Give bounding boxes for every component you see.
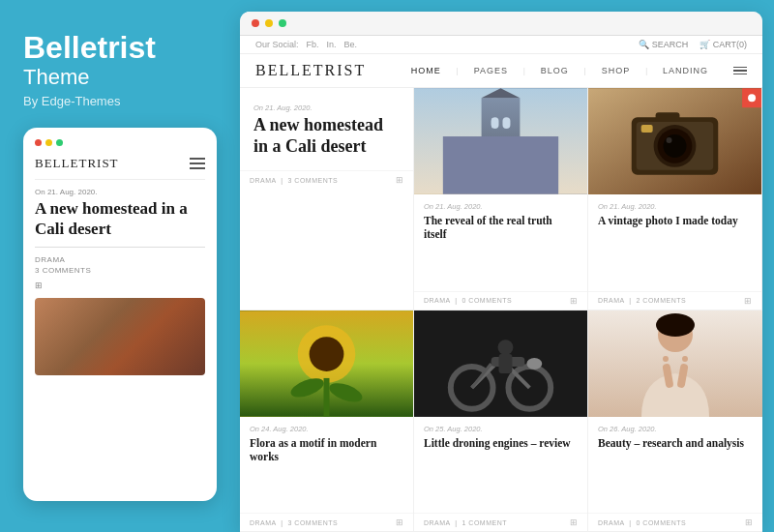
post-footer-3: DRAMA | 2 COMMENTS ⊞ <box>588 291 761 310</box>
social-be[interactable]: Be. <box>344 40 358 49</box>
browser-mockup: Our Social: Fb. In. Be. 🔍 SEARCH 🛒 CART(… <box>240 12 762 532</box>
post-date-6: On 26. Aug. 2020. <box>598 425 753 433</box>
blog-post-6: On 26. Aug. 2020. Beauty – research and … <box>588 310 762 533</box>
mobile-article-date: On 21. Aug. 2020. <box>35 188 205 196</box>
svg-rect-16 <box>656 112 680 122</box>
nav-shop[interactable]: SHOP <box>602 66 631 75</box>
mobile-post-image <box>35 298 205 375</box>
post-expand-2[interactable]: ⊞ <box>570 296 578 306</box>
site-logo: BELLETRIST <box>255 62 366 79</box>
post-content-3: On 21. Aug. 2020. A vintage photo I made… <box>588 194 761 291</box>
brand-by: By Edge-Themes <box>23 94 217 108</box>
post-meta-2: DRAMA | 0 COMMENTS <box>424 297 512 304</box>
post-content-2: On 21. Aug. 2020. The reveal of the real… <box>414 194 587 291</box>
svg-point-21 <box>310 337 344 371</box>
svg-point-42 <box>682 356 688 362</box>
mobile-mockup: BELLETRIST On 21. Aug. 2020. A new homes… <box>23 128 217 501</box>
post-meta-6: DRAMA | 0 COMMENTS <box>598 519 686 526</box>
left-panel: Belletrist Theme By Edge-Themes BELLETRI… <box>0 0 240 532</box>
post-title-5: Little droning engines – review <box>424 436 578 450</box>
post-date-5: On 25. Aug. 2020. <box>424 425 578 433</box>
blog-post-1: On 21. Aug. 2020. A new homestead in a C… <box>240 88 414 310</box>
browser-dot-green <box>279 19 286 27</box>
post-image-4 <box>240 310 413 417</box>
mobile-dot-red <box>35 139 42 146</box>
post-footer-2: DRAMA | 0 COMMENTS ⊞ <box>414 291 587 310</box>
mobile-comments: 3 COMMENTS <box>35 266 205 275</box>
nav-pages[interactable]: PAGES <box>474 66 508 75</box>
mobile-category: DRAMA <box>35 255 205 264</box>
site-hamburger-icon[interactable] <box>733 67 747 75</box>
nav-landing[interactable]: LANDING <box>663 66 708 75</box>
post-image-3 <box>588 88 761 194</box>
post-expand-1[interactable]: ⊞ <box>396 175 403 185</box>
post-title-6: Beauty – research and analysis <box>598 436 753 450</box>
social-in[interactable]: In. <box>327 40 337 49</box>
svg-rect-4 <box>502 117 510 129</box>
site-nav: BELLETRIST HOME | PAGES | BLOG | SHOP | … <box>240 54 762 88</box>
post-expand-5[interactable]: ⊞ <box>570 517 578 527</box>
mobile-dot-green <box>56 139 63 146</box>
post-footer-5: DRAMA | 1 COMMENT ⊞ <box>414 513 587 531</box>
post-image-6 <box>588 310 762 417</box>
mobile-window-dots <box>35 139 63 146</box>
blog-post-2: On 21. Aug. 2020. The reveal of the real… <box>414 88 588 310</box>
post-meta-5: DRAMA | 1 COMMENT <box>424 519 507 526</box>
post-date-3: On 21. Aug. 2020. <box>598 202 752 211</box>
svg-rect-22 <box>324 377 330 416</box>
social-label: Our Social: <box>255 40 299 49</box>
svg-rect-3 <box>491 117 499 129</box>
post-title-3: A vintage photo I made today <box>598 214 752 227</box>
post-footer-1: DRAMA | 3 COMMENTS ⊞ <box>240 170 413 189</box>
mobile-hamburger-icon[interactable] <box>190 158 205 169</box>
post-date-2: On 21. Aug. 2020. <box>424 202 578 211</box>
post-expand-3[interactable]: ⊞ <box>744 296 752 306</box>
site-header-top: Our Social: Fb. In. Be. 🔍 SEARCH 🛒 CART(… <box>240 36 762 54</box>
post-content-5: On 25. Aug. 2020. Little droning engines… <box>414 417 587 514</box>
svg-rect-35 <box>499 354 513 373</box>
mobile-logo: BELLETRIST <box>35 156 119 171</box>
mobile-article-title: A new homestead in a Cali desert <box>35 199 205 239</box>
svg-point-33 <box>526 358 542 369</box>
mobile-topbar <box>35 139 205 146</box>
post-image-5 <box>414 310 587 417</box>
svg-rect-15 <box>641 125 653 133</box>
post-date-1: On 21. Aug. 2020. <box>253 103 400 112</box>
mobile-divider <box>35 247 205 248</box>
post-date-4: On 24. Aug. 2020. <box>250 425 403 433</box>
mobile-dot-yellow <box>45 139 52 146</box>
social-fb[interactable]: Fb. <box>307 40 319 49</box>
post-meta-1: DRAMA | 3 COMMENTS <box>250 177 338 184</box>
post-title-1: A new homestead in a Cali desert <box>253 115 400 157</box>
svg-rect-7 <box>443 136 558 194</box>
blog-post-5: On 25. Aug. 2020. Little droning engines… <box>414 310 588 533</box>
post-title-4: Flora as a motif in modern works <box>250 436 403 464</box>
search-link[interactable]: 🔍 SEARCH <box>639 40 688 49</box>
svg-point-38 <box>656 313 695 337</box>
brand-subtitle: Theme <box>23 65 217 90</box>
post-image-2 <box>414 88 587 194</box>
post-footer-4: DRAMA | 3 COMMENTS ⊞ <box>240 513 413 531</box>
post-expand-6[interactable]: ⊞ <box>745 517 753 527</box>
brand-title: Belletrist <box>23 31 217 65</box>
header-actions: 🔍 SEARCH 🛒 CART(0) <box>639 40 747 49</box>
post-footer-6: DRAMA | 0 COMMENTS ⊞ <box>588 513 762 531</box>
svg-point-18 <box>748 94 756 102</box>
blog-post-4: On 24. Aug. 2020. Flora as a motif in mo… <box>240 310 414 533</box>
nav-blog[interactable]: BLOG <box>541 66 569 75</box>
post-meta-4: DRAMA | 3 COMMENTS <box>250 519 338 526</box>
blog-post-3: On 21. Aug. 2020. A vintage photo I made… <box>588 88 762 310</box>
blog-grid: On 21. Aug. 2020. A new homestead in a C… <box>240 88 762 532</box>
svg-point-13 <box>664 134 687 158</box>
browser-dot-red <box>252 19 259 27</box>
browser-dot-yellow <box>265 19 273 27</box>
brand-name: Belletrist Theme By Edge-Themes <box>23 31 217 128</box>
post-featured-content: On 21. Aug. 2020. A new homestead in a C… <box>240 88 413 170</box>
cart-link[interactable]: 🛒 CART(0) <box>700 40 747 49</box>
post-content-6: On 26. Aug. 2020. Beauty – research and … <box>588 417 762 514</box>
svg-point-14 <box>667 137 672 143</box>
browser-chrome <box>240 12 762 36</box>
nav-home[interactable]: HOME <box>411 66 441 75</box>
post-title-2: The reveal of the real truth itself <box>424 214 578 242</box>
post-expand-4[interactable]: ⊞ <box>396 517 403 527</box>
